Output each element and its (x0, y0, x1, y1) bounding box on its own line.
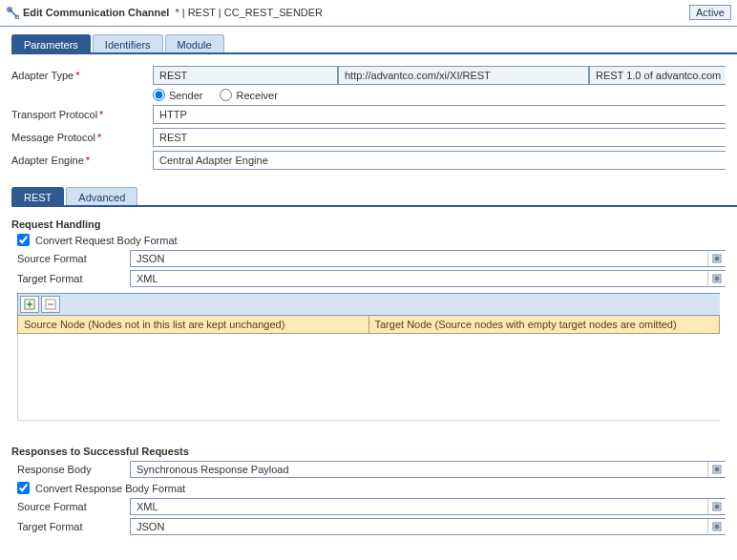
select-value: Synchronous Response Payload (131, 462, 707, 477)
radio-receiver[interactable]: Receiver (220, 89, 277, 101)
label-message-protocol: Message Protocol* (11, 132, 153, 143)
col-target-node: Target Node (Source nodes with empty tar… (369, 316, 721, 334)
adapter-type-field[interactable]: REST http://advantco.com/xi/XI/REST REST… (153, 66, 726, 85)
response-body-select[interactable]: Synchronous Response Payload (130, 461, 726, 478)
svg-rect-5 (715, 277, 720, 281)
group-responses: Responses to Successful Requests (11, 446, 726, 457)
request-target-format-select[interactable]: XML (130, 270, 726, 287)
add-row-button[interactable] (20, 296, 39, 313)
radio-label: Sender (169, 90, 202, 101)
svg-rect-13 (715, 525, 720, 529)
subtab-rest[interactable]: REST (11, 187, 64, 207)
adapter-namespace: http://advantco.com/xi/XI/REST (338, 66, 589, 85)
label-adapter-type: Adapter Type* (11, 70, 153, 81)
label-response-target-format: Target Format (17, 521, 130, 532)
label-transport-protocol: Transport Protocol* (11, 109, 153, 120)
adapter-engine-field[interactable]: Central Adapter Engine (153, 151, 726, 170)
select-value: JSON (131, 251, 707, 266)
tab-parameters[interactable]: Parameters (11, 34, 91, 54)
transport-protocol-field[interactable]: HTTP (153, 105, 726, 124)
select-value: XML (131, 271, 707, 286)
mapping-toolbar (17, 293, 720, 316)
dropdown-icon (707, 271, 726, 286)
subtab-advanced[interactable]: Advanced (66, 187, 137, 207)
tab-module[interactable]: Module (165, 34, 224, 54)
group-request-handling: Request Handling (11, 218, 726, 230)
col-source-node: Source Node (Nodes not in this list are … (17, 316, 369, 334)
mapping-grid-header: Source Node (Nodes not in this list are … (17, 316, 720, 334)
tab-label: Module (178, 39, 212, 51)
label-response-source-format: Source Format (17, 501, 130, 512)
adapter-name: REST (153, 66, 338, 85)
label-target-format: Target Format (17, 273, 130, 284)
label-adapter-engine: Adapter Engine* (11, 155, 153, 166)
checkbox-label: Convert Response Body Format (35, 483, 185, 494)
label-source-format: Source Format (17, 253, 130, 264)
message-protocol-field[interactable]: REST (153, 128, 726, 147)
response-target-format-select[interactable]: JSON (130, 518, 726, 535)
main-tabstrip: Parameters Identifiers Module (0, 27, 737, 54)
checkbox-convert-request[interactable] (17, 234, 30, 246)
tab-label: Advanced (78, 192, 125, 203)
dropdown-icon (707, 251, 726, 266)
remove-row-button[interactable] (41, 296, 60, 313)
radio-label: Receiver (236, 90, 277, 101)
tab-label: Parameters (24, 39, 78, 51)
window-title: Edit Communication Channel (23, 7, 169, 18)
svg-rect-9 (715, 467, 720, 472)
request-source-format-select[interactable]: JSON (130, 250, 726, 267)
checkbox-label: Convert Request Body Format (35, 235, 178, 246)
svg-rect-11 (715, 505, 720, 509)
dropdown-icon (707, 499, 726, 514)
sub-tabstrip: REST Advanced (0, 181, 737, 207)
select-value: XML (131, 499, 707, 514)
response-source-format-select[interactable]: XML (130, 498, 726, 515)
app-icon (6, 6, 19, 19)
radio-sender[interactable]: Sender (153, 89, 202, 101)
dropdown-icon (707, 462, 726, 477)
dropdown-icon (707, 519, 726, 534)
tab-label: Identifiers (105, 39, 151, 51)
svg-rect-3 (715, 257, 720, 261)
checkbox-convert-response[interactable] (17, 482, 30, 494)
adapter-version: REST 1.0 of advantco.com (589, 66, 726, 85)
label-response-body: Response Body (17, 464, 130, 475)
tab-label: REST (24, 192, 52, 203)
mapping-grid-body[interactable] (17, 334, 720, 421)
title-bar: Edit Communication Channel * | REST | CC… (0, 0, 737, 27)
tab-identifiers[interactable]: Identifiers (93, 34, 163, 54)
status-badge: Active (689, 5, 731, 20)
breadcrumb: * | REST | CC_REST_SENDER (175, 7, 323, 18)
select-value: JSON (131, 519, 707, 534)
